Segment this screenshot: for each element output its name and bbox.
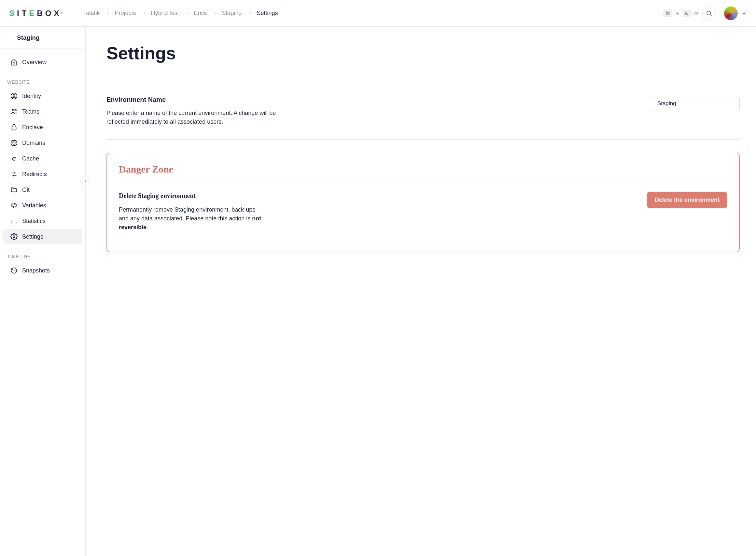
breadcrumb-current: Settings xyxy=(257,10,278,16)
collapse-sidebar-button[interactable] xyxy=(80,176,90,185)
search-button[interactable] xyxy=(702,6,716,20)
sidebar-item-domains[interactable]: Domains xyxy=(3,135,82,150)
chevron-left-icon xyxy=(83,178,88,183)
divider xyxy=(720,9,720,18)
env-name-input[interactable] xyxy=(652,96,740,111)
arrow-right-icon: → xyxy=(140,10,146,16)
teams-icon xyxy=(10,108,18,115)
danger-zone-title: Danger Zone xyxy=(119,164,727,175)
gear-icon xyxy=(10,233,18,240)
chevron-down-icon[interactable] xyxy=(742,11,747,16)
avatar[interactable] xyxy=(724,6,738,20)
sidebar-item-teams[interactable]: Teams xyxy=(3,104,82,119)
arrow-right-icon: → xyxy=(246,10,252,16)
divider xyxy=(106,83,740,83)
svg-point-13 xyxy=(13,236,15,238)
danger-zone: Danger Zone Delete Staging environment P… xyxy=(106,153,740,252)
header-right: ⌘ + K or xyxy=(663,6,747,20)
home-icon xyxy=(10,59,18,66)
svg-point-5 xyxy=(15,109,16,111)
sidebar-item-overview[interactable]: Overview xyxy=(3,55,82,70)
cache-icon xyxy=(10,155,18,162)
sidebar-item-label: Enclave xyxy=(22,124,43,131)
sidebar-item-label: Cache xyxy=(22,155,39,162)
svg-line-1 xyxy=(711,14,712,15)
delete-environment-button[interactable]: Delete the environment xyxy=(647,192,727,208)
sidebar-back[interactable]: ← Staging xyxy=(0,27,85,49)
sidebar-item-label: Redirects xyxy=(22,171,47,178)
sidebar-item-enclave[interactable]: Enclave xyxy=(3,120,82,135)
sidebar-section-timeline: TIMELINE xyxy=(0,245,85,263)
svg-point-3 xyxy=(13,94,15,96)
sidebar-item-label: Identity xyxy=(22,93,41,100)
arrow-left-icon: ← xyxy=(6,34,12,41)
breadcrumb-envs[interactable]: Envs xyxy=(194,10,207,16)
logo[interactable]: SITEBOX™ xyxy=(9,9,63,18)
stats-icon xyxy=(10,217,18,224)
sidebar-item-label: Domains xyxy=(22,140,45,146)
sidebar-item-variables[interactable]: Variables xyxy=(3,198,82,213)
divider xyxy=(119,241,727,241)
sidebar-item-cache[interactable]: Cache xyxy=(3,151,82,166)
breadcrumb-statik[interactable]: statik xyxy=(86,10,100,16)
sidebar-item-statistics[interactable]: Statistics xyxy=(3,213,82,229)
sidebar-item-label: Settings xyxy=(22,233,43,240)
or-label: or xyxy=(694,11,698,16)
sidebar-item-label: Snapshots xyxy=(22,267,50,274)
sidebar-item-settings[interactable]: Settings xyxy=(3,229,82,244)
breadcrumbs: statik → Projects → Hybrid test → Envs →… xyxy=(86,10,278,16)
header: SITEBOX™ statik → Projects → Hybrid test… xyxy=(0,0,756,27)
danger-desc: Permanently remove Staging environment, … xyxy=(119,205,265,232)
divider xyxy=(119,183,727,183)
sidebar-back-label: Staging xyxy=(17,34,40,41)
svg-line-9 xyxy=(13,203,15,208)
breadcrumb-staging[interactable]: Staging xyxy=(222,10,242,16)
danger-subtitle: Delete Staging environment xyxy=(119,192,265,200)
main-content: Settings Environment Name Please enter a… xyxy=(85,27,756,556)
identity-icon xyxy=(10,93,18,100)
danger-delete-row: Delete Staging environment Permanently r… xyxy=(119,192,727,232)
env-name-label: Environment Name xyxy=(106,96,289,104)
sidebar-item-label: Teams xyxy=(22,108,39,115)
sidebar-item-label: Variables xyxy=(22,202,46,209)
arrow-right-icon: → xyxy=(212,10,217,16)
setting-environment-name: Environment Name Please enter a name of … xyxy=(106,96,740,126)
svg-point-0 xyxy=(707,11,711,15)
breadcrumb-projects[interactable]: Projects xyxy=(114,10,136,16)
sidebar-item-identity[interactable]: Identity xyxy=(3,89,82,104)
plus-label: + xyxy=(676,11,679,16)
sidebar-item-label: Git xyxy=(22,186,30,194)
sidebar: ← Staging Overview WEBSITE Identity Team… xyxy=(0,27,85,556)
svg-rect-6 xyxy=(12,127,16,130)
code-icon xyxy=(10,202,18,209)
redirects-icon xyxy=(10,171,18,178)
globe-icon xyxy=(10,139,18,146)
k-key: K xyxy=(683,10,690,17)
sidebar-item-redirects[interactable]: Redirects xyxy=(3,167,82,182)
cmd-key: ⌘ xyxy=(663,10,672,17)
sidebar-item-snapshots[interactable]: Snapshots xyxy=(3,263,82,278)
page-title: Settings xyxy=(106,43,740,63)
divider xyxy=(106,139,740,140)
sidebar-item-label: Statistics xyxy=(22,218,45,224)
lock-icon xyxy=(10,124,18,131)
folder-icon xyxy=(10,186,18,194)
sidebar-section-website: WEBSITE xyxy=(0,70,85,88)
sidebar-item-git[interactable]: Git xyxy=(3,182,82,197)
breadcrumb-hybrid-test[interactable]: Hybrid test xyxy=(151,10,179,16)
arrow-right-icon: → xyxy=(104,10,110,16)
search-icon xyxy=(706,10,712,16)
history-icon xyxy=(10,267,18,274)
sidebar-item-label: Overview xyxy=(22,59,46,66)
env-name-desc: Please enter a name of the current envir… xyxy=(106,109,289,126)
arrow-right-icon: → xyxy=(183,10,189,16)
svg-point-4 xyxy=(12,109,14,111)
